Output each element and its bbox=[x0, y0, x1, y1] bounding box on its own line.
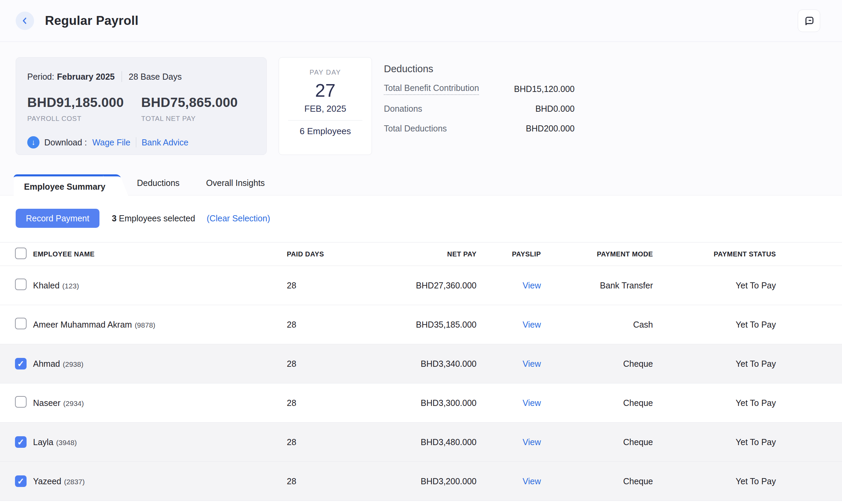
selected-label: Employees selected bbox=[119, 214, 195, 223]
employee-name-cell: Yazeed(2837) bbox=[33, 476, 287, 486]
divider bbox=[288, 120, 362, 121]
view-payslip-link[interactable]: View bbox=[523, 398, 541, 408]
payment-status-cell: Yet To Pay bbox=[653, 320, 776, 330]
employee-id: (2837) bbox=[64, 478, 85, 486]
toolbar: Record Payment 3 Employees selected (Cle… bbox=[16, 209, 842, 228]
download-label: Download : bbox=[44, 138, 87, 147]
paid-days-cell: 28 bbox=[287, 437, 395, 447]
selected-count-text: 3 Employees selected bbox=[112, 214, 195, 223]
table-row: Khaled(123) 28 BHD27,360.000 View Bank T… bbox=[0, 266, 842, 305]
employee-id: (2934) bbox=[63, 399, 84, 407]
record-payment-button[interactable]: Record Payment bbox=[16, 209, 99, 228]
topbar: Regular Payroll bbox=[0, 0, 842, 42]
view-payslip-link[interactable]: View bbox=[523, 437, 541, 447]
payment-mode-cell: Bank Transfer bbox=[541, 281, 653, 290]
table-row: Ahmad(2938) 28 BHD3,340.000 View Cheque … bbox=[0, 344, 842, 383]
select-all-checkbox[interactable] bbox=[15, 248, 27, 259]
payment-status-cell: Yet To Pay bbox=[653, 437, 776, 447]
period-value: February 2025 bbox=[57, 72, 115, 82]
paid-days-cell: 28 bbox=[287, 320, 395, 330]
employee-table: EMPLOYEE NAME PAID DAYS NET PAY PAYSLIP … bbox=[0, 242, 842, 501]
table-row: Ameer Muhammad Akram(9878) 28 BHD35,185.… bbox=[0, 305, 842, 344]
net-pay-cell: BHD35,185.000 bbox=[395, 320, 477, 330]
net-pay-cell: BHD27,360.000 bbox=[395, 281, 477, 290]
payment-mode-cell: Cheque bbox=[541, 359, 653, 369]
payment-mode-cell: Cash bbox=[541, 320, 653, 330]
deduction-value-total-deductions: BHD200.000 bbox=[526, 124, 575, 133]
table-body: Khaled(123) 28 BHD27,360.000 View Bank T… bbox=[0, 266, 842, 501]
view-payslip-link[interactable]: View bbox=[523, 476, 541, 486]
tab-label: Employee Summary bbox=[14, 176, 116, 197]
deductions-panel: Deductions Total Benefit Contribution BH… bbox=[384, 57, 575, 134]
tab-employee-summary[interactable]: Employee Summary bbox=[14, 174, 116, 195]
net-pay-cell: BHD3,300.000 bbox=[395, 398, 477, 408]
employee-name: Yazeed bbox=[33, 476, 61, 486]
employee-name-cell: Khaled(123) bbox=[33, 281, 287, 290]
row-checkbox[interactable] bbox=[15, 358, 27, 369]
view-payslip-link[interactable]: View bbox=[523, 359, 541, 368]
table-row: Yazeed(2837) 28 BHD3,200.000 View Cheque… bbox=[0, 462, 842, 501]
paid-days-cell: 28 bbox=[287, 476, 395, 486]
payday-card: PAY DAY 27 FEB, 2025 6 Employees bbox=[279, 57, 372, 155]
total-net-pay-value: BHD75,865.000 bbox=[141, 95, 255, 110]
wage-file-link[interactable]: Wage File bbox=[92, 138, 130, 147]
deductions-title: Deductions bbox=[384, 63, 575, 75]
tab-deductions[interactable]: Deductions bbox=[137, 172, 180, 195]
employee-name-cell: Ameer Muhammad Akram(9878) bbox=[33, 320, 287, 330]
employee-name-cell: Layla(3948) bbox=[33, 437, 287, 447]
row-checkbox[interactable] bbox=[15, 475, 27, 487]
column-header-payslip: PAYSLIP bbox=[477, 250, 541, 258]
employee-name: Naseer bbox=[33, 398, 61, 408]
column-header-payment-status: PAYMENT STATUS bbox=[653, 250, 776, 258]
view-payslip-link[interactable]: View bbox=[523, 320, 541, 329]
row-checkbox[interactable] bbox=[15, 318, 27, 329]
employee-name-cell: Naseer(2934) bbox=[33, 398, 287, 408]
period-label: Period: bbox=[27, 72, 54, 82]
chevron-left-icon bbox=[20, 16, 30, 26]
chat-bubble-icon bbox=[802, 14, 815, 27]
column-header-net-pay: NET PAY bbox=[395, 250, 477, 258]
payday-day: 27 bbox=[279, 80, 372, 101]
summary-section: Period: February 2025 28 Base Days BHD91… bbox=[0, 42, 842, 195]
paid-days-cell: 28 bbox=[287, 359, 395, 369]
deduction-value-benefit-contribution: BHD15,120.000 bbox=[514, 84, 575, 94]
net-pay-cell: BHD3,480.000 bbox=[395, 437, 477, 447]
table-header-row: EMPLOYEE NAME PAID DAYS NET PAY PAYSLIP … bbox=[0, 242, 842, 266]
payment-status-cell: Yet To Pay bbox=[653, 398, 776, 408]
tab-overall-insights[interactable]: Overall Insights bbox=[206, 172, 265, 195]
deduction-label-benefit-contribution[interactable]: Total Benefit Contribution bbox=[384, 83, 479, 95]
payment-mode-cell: Cheque bbox=[541, 398, 653, 408]
selected-count: 3 bbox=[112, 214, 116, 223]
deduction-label-total-deductions: Total Deductions bbox=[384, 124, 447, 133]
payday-label: PAY DAY bbox=[279, 68, 372, 76]
payment-mode-cell: Cheque bbox=[541, 437, 653, 447]
payday-month-year: FEB, 2025 bbox=[279, 104, 372, 114]
period-card: Period: February 2025 28 Base Days BHD91… bbox=[16, 57, 267, 155]
row-checkbox[interactable] bbox=[15, 396, 27, 408]
divider bbox=[136, 137, 136, 147]
net-pay-cell: BHD3,340.000 bbox=[395, 359, 477, 369]
back-button[interactable] bbox=[16, 12, 34, 30]
tab-bar: Employee Summary Deductions Overall Insi… bbox=[0, 172, 842, 195]
employee-id: (123) bbox=[62, 282, 79, 290]
bank-advice-link[interactable]: Bank Advice bbox=[142, 138, 189, 147]
clear-selection-link[interactable]: (Clear Selection) bbox=[207, 214, 270, 223]
chat-button[interactable] bbox=[798, 10, 820, 32]
employee-name-cell: Ahmad(2938) bbox=[33, 359, 287, 369]
payment-status-cell: Yet To Pay bbox=[653, 359, 776, 369]
page-title: Regular Payroll bbox=[45, 14, 138, 28]
payment-mode-cell: Cheque bbox=[541, 476, 653, 486]
payroll-cost-value: BHD91,185.000 bbox=[27, 95, 141, 110]
payment-status-cell: Yet To Pay bbox=[653, 476, 776, 486]
total-net-pay-label: TOTAL NET PAY bbox=[141, 115, 255, 123]
employee-id: (3948) bbox=[56, 439, 77, 446]
paid-days-cell: 28 bbox=[287, 281, 395, 290]
employee-summary-content: Record Payment 3 Employees selected (Cle… bbox=[0, 209, 842, 501]
table-row: Naseer(2934) 28 BHD3,300.000 View Cheque… bbox=[0, 383, 842, 423]
row-checkbox[interactable] bbox=[15, 279, 27, 290]
employee-name: Ameer Muhammad Akram bbox=[33, 320, 132, 329]
employee-id: (2938) bbox=[63, 360, 83, 368]
divider bbox=[122, 71, 122, 82]
view-payslip-link[interactable]: View bbox=[523, 281, 541, 290]
row-checkbox[interactable] bbox=[15, 436, 27, 448]
